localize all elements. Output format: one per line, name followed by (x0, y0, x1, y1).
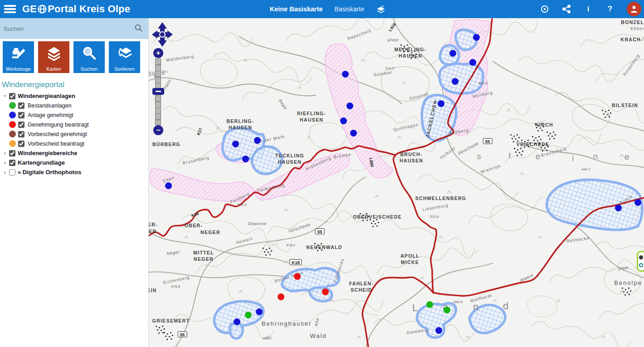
layer-checkbox[interactable] (9, 150, 15, 156)
layer-checkbox[interactable] (18, 131, 24, 137)
suchen-button[interactable]: Suchen (73, 41, 105, 73)
legend-dot-blue (9, 112, 16, 118)
app-logo: GE Portal Kreis Olpe (22, 3, 130, 15)
wind-turbine-marker-requested[interactable] (278, 293, 284, 300)
search-bar (0, 18, 148, 39)
wind-turbine-marker-approved[interactable] (452, 78, 459, 85)
wind-turbine-marker-approved[interactable] (615, 205, 622, 211)
search-input[interactable] (0, 25, 134, 33)
karten-label: Karten (46, 66, 61, 72)
layer-label: Anlage genehmigt (28, 112, 73, 118)
logo-prefix: GE (22, 3, 37, 15)
layer-label: Genehmigung beantragt (28, 122, 89, 128)
wind-turbine-marker-approved[interactable] (346, 103, 353, 109)
layer-label: Vorbescheid genehmigt (28, 131, 87, 137)
zoom-slider-handle[interactable] (152, 88, 164, 95)
map-canvas[interactable]: MECKLING-HAUSENBERLING-HAUSENRIEFLING-HA… (148, 18, 644, 347)
layer-vorbescheid-genehmigt[interactable]: Vorbescheid genehmigt (9, 129, 148, 139)
layer-genehmigung-beantragt[interactable]: Genehmigung beantragt (9, 120, 148, 129)
wind-turbine-marker-approved[interactable] (438, 100, 444, 107)
wind-turbine-marker-approved[interactable] (165, 182, 172, 189)
wind-turbine-marker-requested[interactable] (322, 288, 329, 295)
edge-tool-widget[interactable] (637, 251, 644, 272)
layer-label: Vorbescheid beantragt (28, 141, 84, 147)
wind-turbine-marker-approved[interactable] (350, 130, 357, 137)
sortieren-button[interactable]: Sortieren (109, 41, 140, 73)
layer-windenergiebereiche[interactable]: › Windenergiebereiche (2, 148, 148, 158)
layer-checkbox[interactable] (18, 103, 24, 109)
zoom-in-button[interactable]: + (153, 48, 163, 58)
layer-label: Windenergiebereiche (18, 150, 77, 156)
layer-digitale-orthophotos[interactable]: › » Digitale Orthophotos (2, 167, 148, 177)
edge-widget-icon (639, 255, 643, 259)
edge-widget-icon (639, 263, 643, 267)
wind-turbine-marker-approved[interactable] (242, 156, 249, 162)
suchen-label: Suchen (81, 66, 98, 72)
layer-checkbox[interactable] (9, 160, 15, 166)
map-base-svg (148, 18, 644, 347)
basemap-option[interactable]: Basiskarte (335, 5, 364, 13)
werkzeuge-label: Werkzeuge (6, 66, 31, 72)
wind-turbine-marker-existing[interactable] (426, 301, 433, 308)
basemap-switcher: Keine Basiskarte Basiskarte x (270, 0, 386, 18)
legend-dot-orange (9, 140, 16, 147)
logo-suffix: Portal Kreis Olpe (48, 3, 130, 15)
wind-turbine-marker-existing[interactable] (444, 307, 450, 313)
basemap-current[interactable]: Keine Basiskarte (270, 5, 323, 13)
portal-title: Windenergieportal (2, 80, 148, 89)
layer-checkbox[interactable] (18, 122, 24, 128)
share-icon[interactable] (561, 4, 571, 14)
header-actions: i ? (540, 0, 641, 18)
chevron-down-icon[interactable]: › (2, 93, 9, 99)
karten-button[interactable]: Karten (38, 41, 69, 73)
layer-label: Windenergieanlagen (18, 93, 75, 99)
tools-icon (11, 41, 26, 66)
zoom-out-button[interactable]: − (153, 125, 163, 135)
layer-bestandsanlagen[interactable]: Bestandsanlagen (9, 101, 148, 110)
layer-checkbox[interactable] (18, 112, 24, 118)
layer-label: » Digitale Orthophotos (18, 169, 81, 176)
locate-icon[interactable] (540, 4, 550, 14)
layer-checkbox[interactable] (18, 141, 24, 147)
basemap-layers-icon[interactable]: x (376, 4, 386, 14)
magnifier-icon (82, 41, 97, 66)
wind-turbine-marker-approved[interactable] (473, 34, 480, 41)
app-header: GE Portal Kreis Olpe Keine Basiskarte Ba… (0, 0, 644, 18)
layer-label: Kartengrundlage (18, 159, 65, 166)
geoportal-app: GE Portal Kreis Olpe Keine Basiskarte Ba… (0, 0, 644, 347)
layer-checkbox[interactable] (9, 169, 15, 176)
wind-turbine-marker-approved[interactable] (340, 117, 347, 124)
wind-turbine-marker-approved[interactable] (435, 327, 442, 334)
wind-turbine-marker-existing[interactable] (245, 312, 252, 318)
legend-dot-green (9, 102, 16, 109)
info-icon[interactable]: i (583, 4, 593, 14)
sort-layers-icon (117, 41, 132, 66)
wind-turbine-marker-approved[interactable] (234, 318, 240, 325)
chevron-right-icon[interactable]: › (2, 159, 8, 166)
pan-control[interactable] (151, 22, 174, 49)
layer-label: Bestandsanlagen (28, 103, 72, 109)
menu-icon[interactable] (4, 5, 16, 13)
layer-checkbox[interactable] (9, 93, 15, 99)
search-icon[interactable] (134, 24, 143, 34)
layer-vorbescheid-beantragt[interactable]: Vorbescheid beantragt (9, 139, 148, 148)
wind-turbine-marker-approved[interactable] (634, 199, 641, 206)
layer-windenergieanlagen[interactable]: › Windenergieanlagen (2, 91, 148, 101)
wind-turbine-marker-approved[interactable] (256, 308, 263, 315)
globe-icon (37, 4, 47, 14)
wind-turbine-marker-approved[interactable] (254, 137, 261, 144)
wind-turbine-marker-requested[interactable] (294, 273, 301, 280)
help-icon[interactable]: ? (605, 4, 615, 14)
wind-turbine-marker-approved[interactable] (449, 50, 456, 57)
layer-kartengrundlage[interactable]: › Kartengrundlage (2, 158, 148, 167)
legend-dot-brown (9, 131, 16, 137)
wind-turbine-marker-approved[interactable] (232, 141, 239, 147)
chevron-right-icon[interactable]: › (2, 169, 8, 176)
werkzeuge-button[interactable]: Werkzeuge (3, 41, 34, 73)
tool-buttons: Werkzeuge Karten Suchen (0, 39, 148, 73)
wind-turbine-marker-approved[interactable] (342, 71, 349, 78)
wind-turbine-marker-approved[interactable] (469, 59, 476, 66)
layer-anlage-genehmigt[interactable]: Anlage genehmigt (9, 110, 148, 120)
chevron-right-icon[interactable]: › (2, 150, 8, 156)
user-avatar[interactable] (627, 2, 641, 16)
